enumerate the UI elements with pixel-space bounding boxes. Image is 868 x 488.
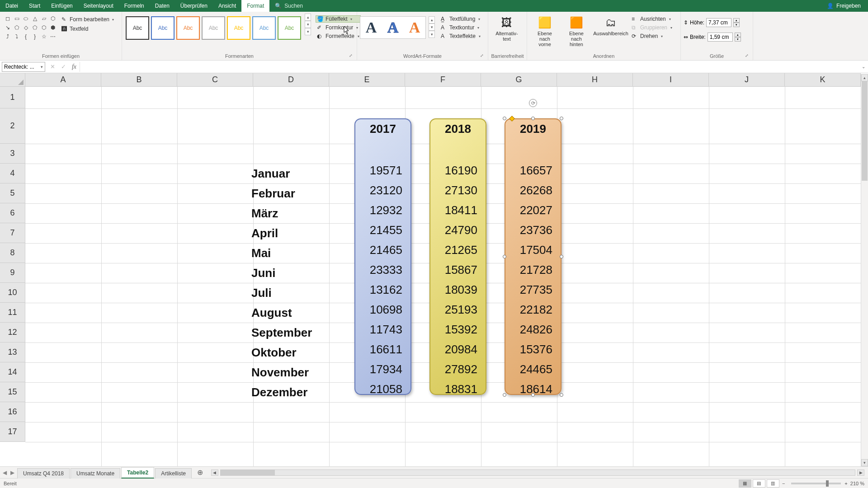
scroll-up-icon[interactable]: ▴ xyxy=(861,74,868,81)
sheet-tab[interactable]: Umsatz Q4 2018 xyxy=(17,468,70,479)
zoom-thumb[interactable] xyxy=(826,480,829,487)
dialog-launcher-icon[interactable]: ⤢ xyxy=(479,53,485,59)
sheet-tab[interactable]: Artikelliste xyxy=(155,468,192,479)
ribbon-tab-format[interactable]: Format xyxy=(241,0,269,12)
gallery-more-icon[interactable]: ▾ xyxy=(305,28,311,35)
view-page-break-button[interactable]: ▥ xyxy=(767,479,779,488)
row-header[interactable]: 5 xyxy=(0,183,25,203)
name-box[interactable]: Rechteck: ... ▾ xyxy=(2,62,45,72)
scroll-up-icon[interactable]: ▴ xyxy=(429,16,435,23)
column-header[interactable]: B xyxy=(101,73,177,87)
row-header[interactable]: 4 xyxy=(0,164,25,183)
column-header[interactable]: D xyxy=(253,73,329,87)
row-header[interactable]: 17 xyxy=(0,422,25,442)
column-header[interactable]: J xyxy=(709,73,785,87)
column-header[interactable]: H xyxy=(557,73,633,87)
ribbon-tab-daten[interactable]: Daten xyxy=(150,0,175,12)
row-header[interactable]: 14 xyxy=(0,362,25,382)
selection-handle[interactable] xyxy=(503,255,506,258)
horizontal-scrollbar[interactable]: ◀ ▶ xyxy=(208,469,868,476)
row-header[interactable]: 6 xyxy=(0,203,25,223)
scroll-down-icon[interactable]: ▾ xyxy=(305,21,311,28)
row-header[interactable]: 9 xyxy=(0,263,25,283)
dialog-launcher-icon[interactable]: ⤢ xyxy=(744,53,750,59)
select-all-corner[interactable] xyxy=(0,73,25,87)
scroll-up-icon[interactable]: ▴ xyxy=(305,14,311,21)
column-header[interactable]: F xyxy=(405,73,481,87)
row-header[interactable]: 13 xyxy=(0,343,25,362)
alt-text-button[interactable]: 🖼 Alternativ- text xyxy=(491,14,523,42)
send-backward-button[interactable]: 🟧 Ebene nach hinten xyxy=(561,14,591,48)
row-header[interactable]: 1 xyxy=(0,87,25,108)
row-header[interactable]: 2 xyxy=(0,108,25,144)
ribbon-tab-seitenlayout[interactable]: Seitenlayout xyxy=(78,0,119,12)
row-header[interactable]: 12 xyxy=(0,323,25,343)
column-header[interactable]: A xyxy=(25,73,101,87)
row-header[interactable]: 10 xyxy=(0,283,25,303)
chevron-down-icon[interactable]: ▾ xyxy=(41,65,43,69)
selection-pane-button[interactable]: 🗂 Auswahlbereich xyxy=(593,14,628,37)
scroll-left-icon[interactable]: ◀ xyxy=(211,469,218,476)
sheet-tab[interactable]: Umsatz Monate xyxy=(71,468,120,479)
year-shape-2018[interactable]: 2018161902713018411247902126515867180392… xyxy=(429,118,486,395)
scroll-thumb[interactable] xyxy=(862,81,868,181)
selection-handle[interactable] xyxy=(503,117,506,120)
zoom-in-button[interactable]: + xyxy=(844,481,847,486)
selection-handle[interactable] xyxy=(560,393,563,397)
sheet-tab[interactable]: Tabelle2 xyxy=(121,467,154,479)
gallery-more-icon[interactable]: ▾ xyxy=(429,31,435,38)
shape-outline-button[interactable]: ✐ Formkontur ▾ xyxy=(316,24,361,31)
scroll-down-icon[interactable]: ▾ xyxy=(429,23,435,31)
row-header[interactable]: 15 xyxy=(0,382,25,402)
row-header[interactable]: 11 xyxy=(0,303,25,323)
column-header[interactable]: E xyxy=(329,73,405,87)
row-header[interactable]: 3 xyxy=(0,144,25,164)
bring-forward-button[interactable]: 🟨 Ebene nach vorne xyxy=(530,14,560,48)
selection-handle[interactable] xyxy=(531,393,535,397)
zoom-slider[interactable] xyxy=(791,483,841,484)
wordart-style-1[interactable]: A xyxy=(360,17,382,38)
add-sheet-button[interactable]: ⊕ xyxy=(193,468,208,477)
shape-style-preset-5[interactable]: Abc xyxy=(227,16,250,40)
ribbon-tab-start[interactable]: Start xyxy=(24,0,46,12)
scroll-down-icon[interactable]: ▾ xyxy=(861,459,868,466)
scroll-thumb[interactable] xyxy=(221,470,275,475)
gallery-scroll[interactable]: ▴ ▾ ▾ xyxy=(429,16,435,38)
row-header[interactable]: 16 xyxy=(0,402,25,422)
height-spinner[interactable]: ▴▾ xyxy=(733,18,740,27)
expand-formula-bar-icon[interactable]: ⌄ xyxy=(859,64,868,69)
text-box-button[interactable]: 🅰 Textfeld xyxy=(60,25,116,33)
rotation-handle[interactable]: ⟳ xyxy=(529,99,537,107)
text-fill-button[interactable]: A̲ Textfüllung▾ xyxy=(439,15,482,23)
shape-style-preset-4[interactable]: Abc xyxy=(202,16,225,40)
selection-handle[interactable] xyxy=(531,117,535,120)
wordart-gallery[interactable]: A A A xyxy=(360,16,426,39)
zoom-out-button[interactable]: − xyxy=(782,481,785,486)
view-page-layout-button[interactable]: ▤ xyxy=(753,479,765,488)
tell-me-search[interactable]: 🔍 Suchen xyxy=(269,3,303,9)
year-shape-2017[interactable]: 2017195712312012932214552146523333131621… xyxy=(354,118,411,395)
shape-effects-button[interactable]: ◐ Formeffekte ▾ xyxy=(316,33,361,40)
shapes-gallery[interactable]: ◻▭⬭△▱⬡ ↘⬠◇⬠⬡⬢ ⤴⤵{}☆⋯ xyxy=(3,14,58,42)
ribbon-tab-ansicht[interactable]: Ansicht xyxy=(213,0,241,12)
column-header[interactable]: K xyxy=(785,73,861,87)
shape-style-preset-7[interactable]: Abc xyxy=(278,16,301,40)
selection-handle[interactable] xyxy=(560,117,563,120)
ribbon-tab-datei[interactable]: Datei xyxy=(0,0,24,12)
text-outline-button[interactable]: A Textkontur▾ xyxy=(439,24,482,31)
column-header[interactable]: C xyxy=(177,73,253,87)
sheet-nav-next-icon[interactable]: ▶ xyxy=(10,469,14,476)
text-effects-button[interactable]: A Texteffekte▾ xyxy=(439,33,482,40)
scroll-right-icon[interactable]: ▶ xyxy=(857,469,864,476)
ribbon-tab-einfügen[interactable]: Einfügen xyxy=(46,0,78,12)
edit-shape-button[interactable]: ✎ Form bearbeiten ▾ xyxy=(60,15,116,23)
wordart-style-2[interactable]: A xyxy=(382,17,404,38)
formula-input[interactable] xyxy=(80,62,859,72)
shape-fill-button[interactable]: 🪣 Fülleffekt ▾ xyxy=(316,15,361,23)
width-spinner[interactable]: ▴▾ xyxy=(735,33,741,42)
rotate-button[interactable]: ⟳ Drehen▾ xyxy=(630,33,674,40)
vertical-scrollbar[interactable]: ▴ ▾ xyxy=(861,74,868,466)
shape-style-preset-1[interactable]: Abc xyxy=(126,16,149,40)
selection-handle[interactable] xyxy=(503,393,506,397)
height-input[interactable] xyxy=(706,18,731,27)
